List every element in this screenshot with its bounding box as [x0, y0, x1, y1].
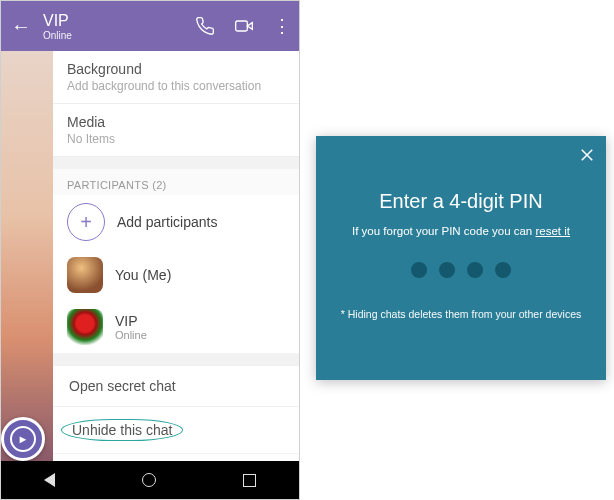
participant-name: VIP: [115, 313, 285, 329]
back-arrow-icon[interactable]: ←: [11, 15, 31, 38]
avatar: [67, 309, 103, 345]
media-title: Media: [67, 114, 285, 130]
participant-name: You (Me): [115, 267, 285, 283]
chat-status: Online: [43, 30, 195, 41]
reset-pin-link[interactable]: reset it: [535, 225, 570, 237]
pin-dot: [467, 262, 483, 278]
pin-dot: [439, 262, 455, 278]
unhide-chat-row[interactable]: Unhide this chat: [53, 406, 299, 453]
trust-contact-row[interactable]: Trust this contact: [53, 453, 299, 461]
participants-header: PARTICIPANTS (2): [53, 169, 299, 195]
pin-input[interactable]: [328, 262, 594, 278]
participant-row[interactable]: You (Me): [53, 249, 299, 301]
dialog-subtitle: If you forgot your PIN code you can rese…: [328, 223, 594, 240]
background-setting[interactable]: Background Add background to this conver…: [53, 51, 299, 104]
unhide-chat-label: Unhide this chat: [61, 419, 183, 441]
avatar: [67, 257, 103, 293]
participant-row[interactable]: VIP Online: [53, 301, 299, 353]
compose-fab[interactable]: ►: [1, 417, 45, 461]
section-gap: [53, 353, 299, 365]
nav-back-icon[interactable]: [44, 473, 55, 487]
close-icon[interactable]: [578, 146, 596, 168]
dialog-title: Enter a 4-digit PIN: [328, 190, 594, 213]
chat-title: VIP: [43, 12, 195, 30]
chat-wallpaper-strip: ►: [1, 51, 53, 461]
content-body: ► Background Add background to this conv…: [1, 51, 299, 461]
pin-dot: [495, 262, 511, 278]
nav-home-icon[interactable]: [142, 473, 156, 487]
header-title-group: VIP Online: [43, 12, 195, 41]
participant-status: Online: [115, 329, 285, 341]
android-navbar: [1, 461, 299, 499]
media-sub: No Items: [67, 132, 285, 146]
add-participants-label: Add participants: [117, 214, 285, 230]
media-setting[interactable]: Media No Items: [53, 104, 299, 157]
add-participants-row[interactable]: + Add participants: [53, 195, 299, 249]
more-menu-icon[interactable]: ⋮: [273, 15, 289, 37]
background-title: Background: [67, 61, 285, 77]
app-header: ← VIP Online ⋮: [1, 1, 299, 51]
nav-recent-icon[interactable]: [243, 474, 256, 487]
dialog-note: * Hiding chats deletes them from your ot…: [328, 308, 594, 320]
open-secret-chat-row[interactable]: Open secret chat: [53, 365, 299, 406]
pin-dialog: Enter a 4-digit PIN If you forgot your P…: [316, 136, 606, 380]
phone-frame: ← VIP Online ⋮ ► Background Add backgrou…: [0, 0, 300, 500]
section-gap: [53, 157, 299, 169]
header-actions: ⋮: [195, 15, 289, 37]
voice-call-icon[interactable]: [195, 16, 215, 36]
background-sub: Add background to this conversation: [67, 79, 285, 93]
svg-rect-0: [236, 21, 248, 31]
chat-info-panel[interactable]: Background Add background to this conver…: [53, 51, 299, 461]
dialog-sub-text: If you forgot your PIN code you can: [352, 225, 535, 237]
video-call-icon[interactable]: [233, 16, 255, 36]
pin-dot: [411, 262, 427, 278]
plus-icon: +: [67, 203, 105, 241]
